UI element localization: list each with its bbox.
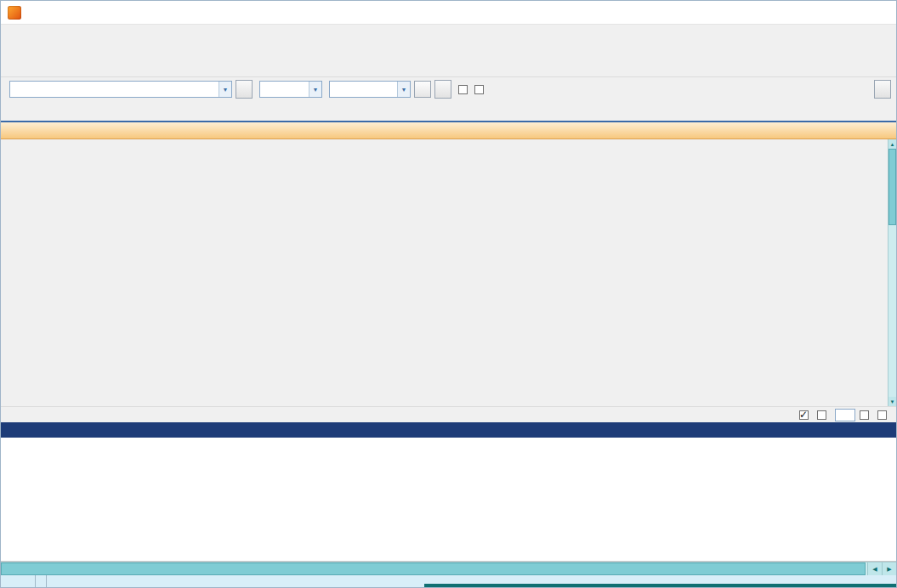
filter-combo[interactable]: ▼ (259, 81, 322, 98)
scroll-up-icon[interactable]: ▲ (888, 139, 896, 149)
include-folders-checkbox[interactable] (474, 85, 484, 94)
path-bar: ▼ ▼ ▼ (1, 77, 896, 101)
panel-vertical-scrollbar[interactable]: ▲ ▼ (888, 139, 896, 406)
auto-width-checkbox[interactable] (877, 410, 887, 420)
chevron-down-icon: ▼ (397, 82, 410, 97)
preview-count-input[interactable] (835, 409, 855, 421)
close-button[interactable] (858, 1, 896, 24)
app-icon (8, 6, 21, 20)
status-separator (46, 575, 47, 587)
title-bar (1, 1, 896, 25)
bottom-accent-strip (424, 584, 896, 587)
scrollbar-track[interactable] (888, 225, 896, 397)
chevron-down-icon: ▼ (219, 82, 231, 97)
preview-first-checkbox[interactable] (817, 410, 826, 420)
file-list-bar (1, 406, 896, 422)
app-window: ▼ ▼ ▼ ▲ ▼ (0, 0, 897, 588)
traverse-file-list-button[interactable] (874, 80, 891, 99)
traverse-subfolders-checkbox[interactable] (458, 85, 468, 94)
toolbar (1, 43, 896, 77)
chevron-down-icon: ▼ (309, 82, 321, 97)
file-table-header (1, 422, 896, 438)
menu-bar (1, 25, 896, 43)
status-separator (35, 575, 36, 587)
sub-tab-bar (1, 122, 896, 139)
scroll-down-icon[interactable]: ▼ (888, 397, 896, 406)
scroll-right-icon[interactable]: ▶ (882, 563, 896, 575)
status-bar (1, 575, 896, 587)
horizontal-scrollbar[interactable]: ◀ ▶ (1, 562, 896, 575)
file-table-body[interactable] (1, 438, 896, 562)
maximize-button[interactable] (820, 1, 858, 24)
main-tab-bar (1, 101, 896, 122)
load-path-button[interactable] (236, 80, 253, 99)
exclude-combo[interactable]: ▼ (329, 81, 411, 98)
path-combo[interactable]: ▼ (9, 81, 232, 98)
window-controls (781, 1, 896, 24)
minimize-button[interactable] (781, 1, 820, 24)
file-list-options (799, 409, 891, 421)
panels (1, 139, 888, 406)
filter-settings-button[interactable] (434, 80, 451, 99)
scroll-left-icon[interactable]: ◀ (867, 563, 882, 575)
panel-area: ▲ ▼ (1, 139, 896, 406)
auto-preview-checkbox[interactable] (799, 410, 809, 420)
apply-filter-button[interactable] (414, 81, 431, 98)
scrollbar-thumb[interactable] (888, 149, 896, 225)
show-icons-checkbox[interactable] (860, 410, 869, 420)
scrollbar-thumb[interactable] (1, 563, 866, 575)
